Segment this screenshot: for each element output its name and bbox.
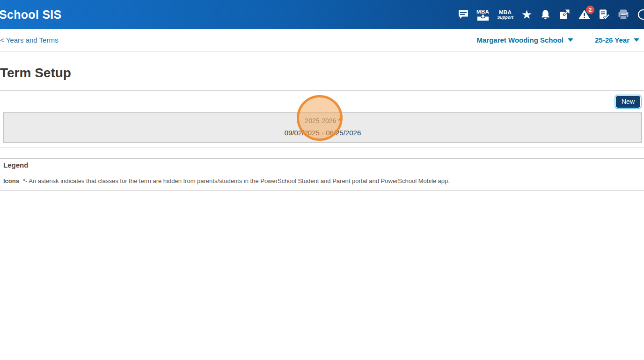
breadcrumb-years-and-terms[interactable]: < Years and Terms	[0, 36, 58, 44]
mba-support-sublabel: Support	[497, 15, 513, 20]
mba-label: MBA	[476, 9, 489, 15]
title-section: Term Setup	[0, 51, 644, 91]
divider	[0, 147, 644, 148]
legend-body: Icons*- An asterisk indicates that class…	[0, 172, 644, 191]
actions-row: New	[0, 91, 644, 112]
context-selectors: Margaret Wooding School 25-26 Year	[476, 36, 639, 44]
chevron-down-icon	[568, 38, 573, 42]
term-name-link[interactable]: 2025-2026 *	[305, 115, 340, 127]
chevron-down-icon	[634, 38, 639, 42]
printer-icon[interactable]	[617, 9, 629, 20]
app-logo[interactable]: School SIS	[0, 8, 62, 22]
external-link-icon[interactable]	[559, 9, 570, 20]
year-selector-label: 25-26 Year	[595, 36, 629, 44]
header-icon-bar: MBA MBA Support ★	[458, 8, 642, 21]
context-bar: < Years and Terms Margaret Wooding Schoo…	[0, 29, 644, 51]
notifications-bell-icon[interactable]	[540, 9, 551, 20]
favorites-star-icon[interactable]: ★	[521, 8, 532, 21]
alert-count-badge: 2	[586, 6, 594, 14]
legend-icons-text: *- An asterisk indicates that classes fo…	[23, 177, 450, 184]
mba-inbox-icon[interactable]: MBA	[476, 9, 489, 21]
chat-icon[interactable]	[458, 10, 468, 20]
mba-support-label: MBA	[499, 9, 512, 15]
page-title: Term Setup	[0, 66, 644, 81]
legend-heading: Legend	[0, 158, 644, 172]
legend-icons-label: Icons	[3, 177, 19, 184]
new-term-button[interactable]: New	[616, 96, 640, 108]
help-icon[interactable]	[637, 9, 644, 20]
term-date-range: 09/02/2025 - 06/25/2026	[4, 127, 641, 139]
school-selector-label: Margaret Wooding School	[476, 36, 564, 44]
mba-support-icon[interactable]: MBA Support	[497, 9, 513, 20]
year-selector[interactable]: 25-26 Year	[595, 36, 639, 44]
app-header: School SIS MBA MBA Support ★	[0, 0, 644, 29]
alerts-triangle-icon[interactable]: 2	[578, 9, 591, 20]
school-selector[interactable]: Margaret Wooding School	[476, 36, 573, 44]
term-row[interactable]: 2025-2026 * 09/02/2025 - 06/25/2026	[3, 112, 642, 143]
report-check-icon[interactable]	[599, 9, 609, 20]
